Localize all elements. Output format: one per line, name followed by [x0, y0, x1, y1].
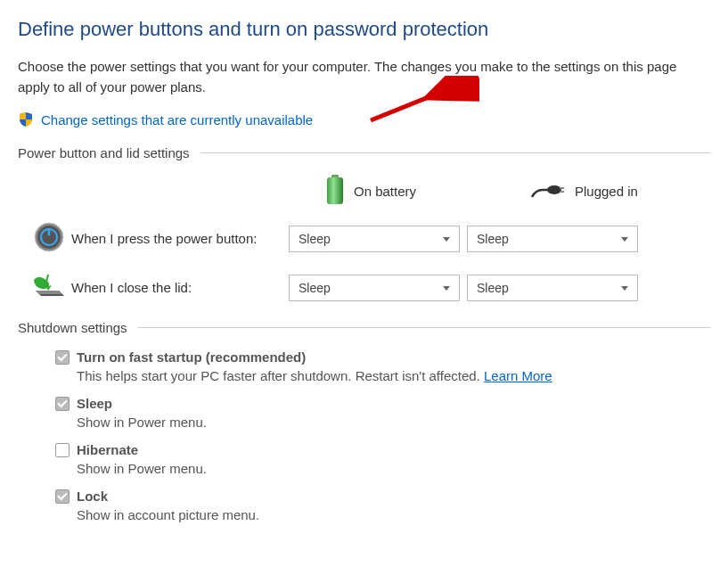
select-value: Sleep — [299, 281, 331, 295]
row-power-button: When I press the power button: Sleep Sle… — [18, 222, 710, 255]
power-button-battery-select[interactable]: Sleep — [289, 226, 460, 252]
section-label: Power button and lid settings — [18, 145, 190, 160]
row-label: When I close the lid: — [64, 280, 289, 295]
item-description: Show in account picture menu. — [55, 507, 710, 522]
change-settings-link[interactable]: Change settings that are currently unava… — [41, 112, 313, 127]
select-value: Sleep — [477, 281, 509, 295]
plug-icon — [530, 181, 566, 201]
power-button-icon — [34, 222, 64, 255]
chevron-down-icon — [443, 237, 450, 242]
uac-link-row[interactable]: Change settings that are currently unava… — [18, 111, 710, 127]
page-title: Define power buttons and turn on passwor… — [18, 18, 710, 41]
shutdown-lock: Lock Show in account picture menu. — [18, 489, 710, 522]
column-plugged-in: Plugged in — [530, 181, 708, 201]
shutdown-fast-startup: Turn on fast startup (recommended) This … — [18, 349, 710, 383]
section-label: Shutdown settings — [18, 320, 127, 335]
row-label: When I press the power button: — [64, 231, 289, 246]
close-lid-icon — [32, 273, 66, 302]
chevron-down-icon — [621, 237, 628, 242]
shutdown-sleep: Sleep Show in Power menu. — [18, 396, 710, 430]
close-lid-battery-select[interactable]: Sleep — [289, 275, 460, 301]
columns-header: On battery Plugged in — [18, 175, 710, 208]
row-close-lid: When I close the lid: Sleep Sleep — [18, 273, 710, 302]
sleep-checkbox[interactable] — [55, 397, 70, 411]
shutdown-hibernate: Hibernate Show in Power menu. — [18, 442, 710, 476]
chevron-down-icon — [621, 286, 628, 291]
select-value: Sleep — [299, 232, 331, 246]
column-label: Plugged in — [575, 184, 638, 199]
svg-rect-4 — [560, 187, 564, 189]
item-label: Sleep — [77, 396, 112, 411]
item-description: Show in Power menu. — [55, 415, 710, 430]
svg-rect-5 — [560, 191, 564, 193]
item-label: Lock — [77, 489, 108, 504]
page-description: Choose the power settings that you want … — [18, 57, 710, 97]
item-label: Hibernate — [77, 442, 138, 457]
fast-startup-checkbox[interactable] — [55, 350, 70, 365]
column-label: On battery — [354, 184, 416, 199]
hibernate-checkbox[interactable] — [55, 443, 70, 457]
chevron-down-icon — [443, 286, 450, 291]
learn-more-link[interactable]: Learn More — [484, 368, 552, 383]
item-description: This helps start your PC faster after sh… — [55, 368, 710, 383]
lock-checkbox[interactable] — [55, 489, 70, 504]
svg-point-3 — [547, 185, 561, 194]
divider — [138, 327, 710, 328]
svg-rect-2 — [327, 177, 343, 204]
column-on-battery: On battery — [325, 175, 530, 208]
battery-icon — [325, 175, 345, 208]
item-description: Show in Power menu. — [55, 461, 710, 476]
item-label: Turn on fast startup (recommended) — [77, 349, 306, 365]
shield-icon — [18, 111, 34, 127]
section-shutdown: Shutdown settings — [18, 320, 710, 335]
section-power-lid: Power button and lid settings — [18, 145, 710, 160]
divider — [200, 152, 710, 153]
select-value: Sleep — [477, 232, 509, 246]
power-button-plugged-select[interactable]: Sleep — [467, 226, 638, 252]
close-lid-plugged-select[interactable]: Sleep — [467, 275, 638, 301]
